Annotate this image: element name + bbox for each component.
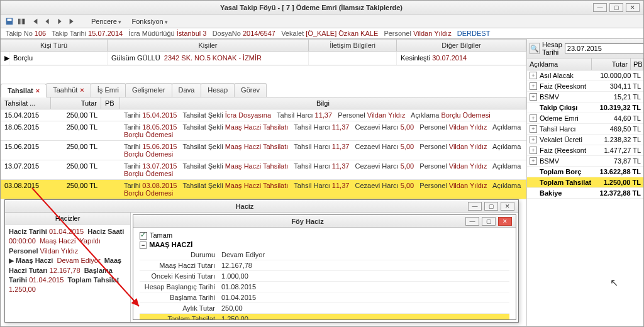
tamam-checkbox[interactable]: Tamam <box>140 231 509 240</box>
hacizler-header: Hacizler <box>5 213 130 224</box>
hesap-row: +Asıl Alacak10.000,00 TL <box>527 70 643 81</box>
party-header: Kişi Türü Kişiler İletişim Bilgileri Diğ… <box>1 39 526 52</box>
main-titlebar: Yasal Takip Föyü - [ 7 ] Ödeme Emri (İla… <box>1 1 643 14</box>
hesap-row: Toplam Tahsilat1.250,00 TL <box>527 177 643 188</box>
last-icon[interactable] <box>67 16 77 26</box>
hesap-row: +Vekalet Ücreti1.238,32 TL <box>527 135 643 145</box>
close-button[interactable]: ✕ <box>498 217 512 226</box>
window-title: Yasal Takip Föyü - [ 7 ] Ödeme Emri (İla… <box>30 4 593 11</box>
expand-icon[interactable]: + <box>530 72 537 79</box>
foy-row: Başlama Tarihi01.04.2015 <box>140 292 509 303</box>
cursor-icon: ↖ <box>610 277 618 289</box>
hesap-row: Takip Çıkışı10.319,32 TL <box>527 103 643 113</box>
expand-icon[interactable]: + <box>530 114 537 122</box>
hesap-tarihi-label: Hesap Tarihi <box>542 41 562 56</box>
minimize-button[interactable]: — <box>468 202 482 211</box>
close-button[interactable]: ✕ <box>501 202 514 211</box>
next-icon[interactable] <box>55 16 65 26</box>
party-row[interactable]: ▶ Borçlu Gülsüm GÜLLÜ 2342 SK. NO.5 KONA… <box>1 52 526 65</box>
expand-icon[interactable]: + <box>530 125 537 133</box>
tab-tahsilat[interactable]: Tahsilat× <box>1 84 47 97</box>
maas-haczi-header: MAAŞ HACZİ <box>149 241 192 248</box>
hesap-row: +BSMV15,21 TL <box>527 92 643 103</box>
tahsilat-header: Tahsilat ... Tutar PB Bilgi <box>1 97 526 109</box>
close-icon[interactable]: × <box>80 86 84 94</box>
expand-icon[interactable]: + <box>530 82 537 90</box>
foy-row: Maaş Haczi Tutarı12.167,78 <box>140 260 509 271</box>
tab-isemri[interactable]: İş Emri <box>91 83 126 97</box>
hesap-row: Bakiye12.372,88 TL <box>527 188 643 199</box>
foy-row: Önceki Kesinti Tutarı1.000,00 <box>140 271 509 282</box>
minimize-button[interactable]: — <box>593 3 607 12</box>
expand-icon[interactable]: + <box>530 93 537 101</box>
foy-row: Aylık Tutar250,00 <box>140 303 509 314</box>
menu-pencere[interactable]: Pencere <box>87 18 126 25</box>
tabs: Tahsilat× Taahhüt× İş Emri Gelişmeler Da… <box>1 83 526 97</box>
foy-row: DurumuDevam Ediyor <box>140 250 509 260</box>
hesap-row: +Faiz (Reeskont304,11 TL <box>527 81 643 92</box>
barcode-icon[interactable] <box>17 16 27 26</box>
hesap-panel: 🔍 Hesap Tarihi ▾ Açıklama Tutar PB +Asıl… <box>526 39 643 326</box>
haciz-title: Haciz <box>21 202 468 210</box>
close-icon[interactable]: × <box>36 87 40 94</box>
hesap-row: +Tahsil Harcı469,50 TL <box>527 124 643 135</box>
expand-icon[interactable]: + <box>530 157 537 165</box>
expand-icon[interactable]: + <box>530 147 537 154</box>
first-icon[interactable] <box>30 16 40 26</box>
prev-icon[interactable] <box>42 16 52 26</box>
tahsilat-row[interactable]: 03.08.2015 250,00 TL Tarihi 03.08.2015 T… <box>1 180 526 199</box>
tab-taahhut[interactable]: Taahhüt× <box>46 83 91 97</box>
tab-gorev[interactable]: Görev <box>234 83 267 97</box>
hesap-row: +BSMV73,87 TL <box>527 156 643 167</box>
maximize-button[interactable]: ▢ <box>609 3 623 12</box>
tahsilat-row[interactable]: 18.05.2015 250,00 TL Tarihi 18.05.2015 T… <box>1 121 526 141</box>
foy-row: Hesap Başlangıç Tarihi01.08.2015 <box>140 282 509 292</box>
svg-rect-1 <box>8 18 12 21</box>
foy-row: Toplam Tahsilat1.250,00 <box>140 314 509 319</box>
tahsilat-row[interactable]: 15.06.2015 250,00 TL Tarihi 15.06.2015 T… <box>1 141 526 160</box>
maximize-button[interactable]: ▢ <box>482 217 496 226</box>
minimize-button[interactable]: — <box>465 217 479 226</box>
menu-fonksiyon[interactable]: Fonksiyon <box>128 18 172 25</box>
hesap-tarihi-input[interactable] <box>565 43 644 53</box>
hesap-row: +Ödeme Emri44,60 TL <box>527 113 643 124</box>
tab-gelismeler[interactable]: Gelişmeler <box>125 83 172 97</box>
menubar: Pencere Fonksiyon <box>1 14 643 28</box>
tahsilat-row[interactable]: 15.04.2015 250,00 TL Tarihi 15.04.2015 T… <box>1 109 526 121</box>
expand-icon[interactable]: + <box>530 136 537 143</box>
status-link[interactable]: DERDEST <box>457 30 491 37</box>
hesap-row: Toplam Borç13.622,88 TL <box>527 167 643 177</box>
tab-hesap[interactable]: Hesap <box>201 83 235 97</box>
tahsilat-row[interactable]: 13.07.2015 250,00 TL Tarihi 13.07.2015 T… <box>1 160 526 180</box>
hesap-row: +Faiz (Reeskont1.477,27 TL <box>527 145 643 156</box>
haciz-window: Haciz — ▢ ✕ Hacizler Haciz Tarihi 01.04.… <box>4 199 519 323</box>
tab-dava[interactable]: Dava <box>172 83 202 97</box>
foy-title: Föy Haciz <box>150 218 465 225</box>
maximize-button[interactable]: ▢ <box>484 202 498 211</box>
close-button[interactable]: ✕ <box>626 3 640 12</box>
foy-haciz-window: Föy Haciz — ▢ ✕ Tamam −MAAŞ HACZİ Durumu… <box>133 214 516 320</box>
info-line: Takip No 106 Takip Tarihi 15.07.2014 İcr… <box>1 28 643 39</box>
save-icon[interactable] <box>4 16 14 26</box>
search-icon[interactable]: 🔍 <box>530 43 540 54</box>
haciz-detail: Haciz Tarihi 01.04.2015 Haciz Saati 00:0… <box>5 224 130 297</box>
